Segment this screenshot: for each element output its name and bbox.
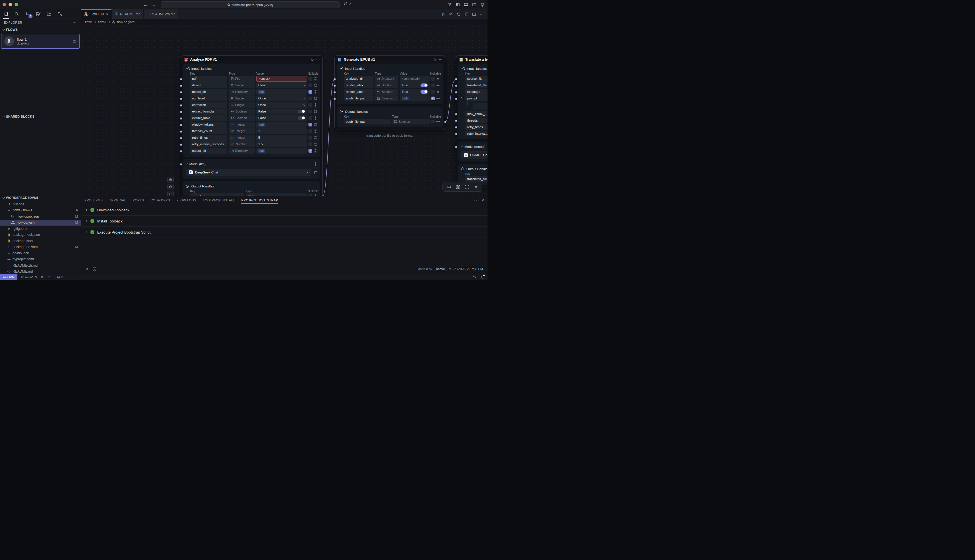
file-tree-item[interactable]: .flow.ui.oo.jsonM [0,213,81,220]
input-key-field[interactable]: translated_file [465,82,487,88]
row-settings-gear-icon[interactable] [436,83,440,87]
file-tree-item[interactable]: {}package-lock.json [0,232,81,238]
flow-node[interactable]: Generate EPUB #1▷⋯Input HandlesKeyTypeVa… [334,55,445,130]
oomol-assistant-button[interactable] [343,2,350,6]
input-handle-dot[interactable] [334,78,336,80]
panel-view-icon[interactable] [447,185,451,189]
run-flow-icon[interactable]: ▷ [442,12,445,16]
bootstrap-step[interactable]: ✓Install Toolpack [81,216,487,227]
bootstrap-step[interactable]: ✓Download Toolpack [81,205,487,216]
extensions-view-icon[interactable] [35,9,41,19]
folder-view-icon[interactable] [46,9,52,19]
canvas-settings-gear-icon[interactable] [474,185,478,189]
input-handle-dot[interactable] [455,133,457,135]
tab-close-icon[interactable]: × [106,12,109,16]
zoom-out-icon[interactable] [167,184,174,190]
file-tree-item[interactable]: pyproject.toml [0,257,81,263]
value-select[interactable]: Once [256,95,307,102]
flow-node[interactable]: PDFAnalyse PDF #1▷⋯Input HandlesKeyTypeV… [181,55,323,196]
input-handle-dot[interactable] [455,85,457,87]
value-field[interactable]: <unset> [256,76,307,82]
row-settings-gear-icon[interactable] [314,77,317,81]
input-handle-dot[interactable] [334,91,336,93]
value-field[interactable]: 1.5 [256,141,307,147]
output-key-field[interactable]: epub_file_path [344,119,391,125]
nullable-checkbox[interactable] [308,77,312,81]
split-editor-icon[interactable] [472,3,477,7]
export-icon[interactable] [465,12,468,16]
input-key-field[interactable]: threads [465,118,487,123]
input-key-field[interactable]: max_chunk_… [465,111,487,117]
nullable-checkbox[interactable]: ✓ [308,149,312,153]
nullable-checkbox[interactable]: ✓ [431,97,435,100]
settings-gear-icon[interactable] [480,3,485,7]
nullable-checkbox[interactable] [308,129,312,133]
row-settings-gear-icon[interactable] [314,97,317,100]
file-tree-item[interactable]: ↓README-zh.md [0,262,81,268]
zoom-in-icon[interactable] [167,177,174,183]
input-handle-dot[interactable] [180,78,182,80]
input-key-field[interactable]: render_latex [344,82,373,88]
input-key-field[interactable]: extract_formula [190,108,227,115]
help-icon[interactable]: ? [93,267,96,271]
input-handle-dot[interactable] [180,143,182,146]
bootstrap-step[interactable]: ✓Execute Project Bootstrap Script [81,227,487,238]
input-handle-dot[interactable] [180,85,182,87]
input-handle-dot[interactable] [180,98,182,100]
nullable-checkbox[interactable] [308,136,312,140]
input-key-field[interactable]: correction [190,102,227,108]
input-handle-dot[interactable] [180,150,182,152]
node-header[interactable]: PDFAnalyse PDF #1▷⋯ [181,55,323,63]
flow-node[interactable]: Translate a book #1▷⋯Input HandlesKeyTyp… [456,55,487,187]
row-settings-gear-icon[interactable] [314,90,317,94]
value-field[interactable]: 1 [256,128,307,134]
problems-status[interactable]: ⊗ 0 ⚠ 0 [40,275,54,279]
input-key-field[interactable]: model_dir [190,89,227,95]
model-select[interactable]: OOMOL Chat [461,151,487,159]
value-toggle[interactable]: True [400,82,430,88]
row-settings-gear-icon[interactable] [436,77,440,81]
flow-canvas[interactable]: PDFAnalyse PDF #1▷⋯Input HandlesKeyTypeV… [81,25,487,196]
row-settings-gear-icon[interactable] [314,136,317,140]
row-settings-gear-icon[interactable] [314,129,317,133]
input-handle-dot[interactable] [180,124,182,126]
panel-tab[interactable]: PROBLEMS [84,196,103,205]
input-key-field[interactable]: retry_interval_seconds [190,141,227,147]
sync-flow-icon[interactable] [457,12,461,16]
input-handle-dot[interactable] [334,85,336,87]
search-view-icon[interactable] [14,9,20,19]
node-run-icon[interactable]: ▷ [312,58,314,62]
input-handle-dot[interactable] [180,91,182,93]
node-more-icon[interactable]: ⋯ [316,58,319,62]
input-key-field[interactable]: window_tokens [190,122,227,128]
secrets-key-view-icon[interactable] [57,9,63,19]
input-key-field[interactable]: retry_interva… [465,131,487,137]
minimize-window-button[interactable] [8,3,12,6]
split-editor-icon[interactable] [472,12,476,16]
row-settings-gear-icon[interactable] [436,120,440,123]
file-tree-item[interactable]: flow.oo.yamlM [0,220,81,226]
value-field[interactable]: null [400,95,430,102]
input-key-field[interactable]: extract_table [190,115,227,121]
nullable-checkbox[interactable] [431,120,435,123]
explorer-view-icon[interactable] [3,9,9,19]
more-actions-icon[interactable]: ⋯ [480,12,483,16]
row-settings-gear-icon[interactable] [314,116,317,120]
customize-layout-icon[interactable] [447,3,452,7]
panel-tab[interactable]: FLOW LOGS [176,196,196,205]
breadcrumb-item[interactable]: flow.oo.yaml [117,20,135,23]
toggle-on[interactable] [420,83,428,87]
nullable-checkbox[interactable] [308,103,312,107]
shared-blocks-section-header[interactable]: SHARED BLOCKS [0,113,81,120]
notifications-bell-icon[interactable] [480,275,484,279]
nullable-checkbox[interactable] [308,116,312,120]
panel-maximize-icon[interactable] [474,199,477,202]
file-tree-item[interactable]: .vscode [0,201,81,207]
remote-indicator[interactable]: >< OVM [0,274,17,280]
nullable-checkbox[interactable] [308,83,312,87]
value-field[interactable]: null [256,89,307,95]
nullable-checkbox[interactable] [308,110,312,113]
nullable-checkbox[interactable] [431,90,435,94]
output-key-field[interactable]: translated_file [465,176,487,182]
nullable-checkbox[interactable] [431,83,435,87]
